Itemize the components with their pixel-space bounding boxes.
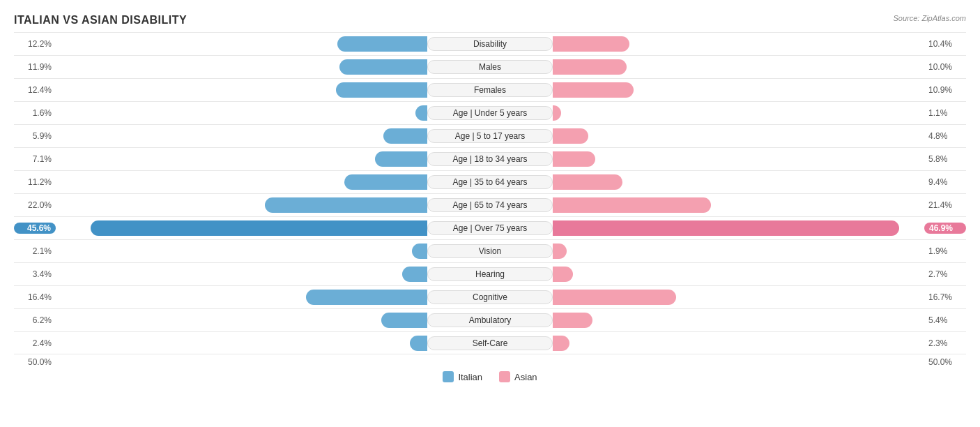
bar-row: 2.1%Vision1.9% <box>14 239 966 262</box>
bar-label: Age | 35 to 64 years <box>427 175 553 189</box>
left-value: 1.6% <box>14 108 56 118</box>
bar-label: Disability <box>427 37 553 51</box>
left-value: 6.2% <box>14 315 56 325</box>
left-value: 45.6% <box>14 223 56 234</box>
right-value: 16.7% <box>924 292 966 302</box>
left-value: 11.2% <box>14 177 56 187</box>
legend-item-asian: Asian <box>499 371 537 382</box>
left-value: 12.2% <box>14 39 56 49</box>
bar-label: Self-Care <box>427 336 553 350</box>
bar-label: Ambulatory <box>427 313 553 327</box>
right-bar <box>553 59 627 75</box>
left-bar <box>336 82 427 98</box>
bar-label: Age | 18 to 34 years <box>427 152 553 166</box>
bar-label: Age | 65 to 74 years <box>427 198 553 212</box>
bar-row: 12.4%Females10.9% <box>14 78 966 101</box>
bar-label: Females <box>427 83 553 97</box>
bar-row: 16.4%Cognitive16.7% <box>14 285 966 308</box>
bar-row: 6.2%Ambulatory5.4% <box>14 308 966 331</box>
chart-title: ITALIAN VS ASIAN DISABILITY <box>14 14 966 27</box>
bar-row: 11.9%Males10.0% <box>14 55 966 78</box>
bar-row: 1.6%Age | Under 5 years1.1% <box>14 101 966 124</box>
right-value: 1.9% <box>924 246 966 256</box>
bar-label: Age | Over 75 years <box>427 221 553 235</box>
asian-legend-label: Asian <box>514 372 537 382</box>
bar-row: 2.4%Self-Care2.3% <box>14 331 966 354</box>
left-value: 12.4% <box>14 85 56 95</box>
bar-label: Hearing <box>427 267 553 281</box>
left-bar <box>402 267 427 282</box>
bar-label: Age | Under 5 years <box>427 106 553 120</box>
bar-row: 11.2%Age | 35 to 64 years9.4% <box>14 170 966 193</box>
right-value: 4.8% <box>924 131 966 141</box>
right-value: 10.9% <box>924 85 966 95</box>
right-bar <box>553 36 629 52</box>
right-value: 46.9% <box>924 223 966 234</box>
left-bar <box>337 36 427 52</box>
bar-row: 3.4%Hearing2.7% <box>14 262 966 285</box>
bar-label: Males <box>427 60 553 74</box>
left-bar <box>339 59 427 75</box>
left-bar <box>375 151 427 167</box>
left-bar <box>344 174 427 190</box>
italian-swatch <box>443 371 454 382</box>
asian-swatch <box>499 371 510 382</box>
left-value: 3.4% <box>14 269 56 279</box>
left-bar <box>306 290 427 305</box>
right-bar <box>553 128 588 144</box>
left-bar <box>91 220 427 236</box>
axis-right-label: 50.0% <box>924 357 966 367</box>
right-bar <box>553 336 569 351</box>
right-value: 5.8% <box>924 154 966 164</box>
bar-label: Vision <box>427 244 553 258</box>
right-value: 2.3% <box>924 338 966 348</box>
left-value: 5.9% <box>14 131 56 141</box>
left-value: 7.1% <box>14 154 56 164</box>
axis-left-label: 50.0% <box>14 357 56 367</box>
left-bar <box>415 105 427 121</box>
left-value: 2.1% <box>14 246 56 256</box>
bar-row: 12.2%Disability10.4% <box>14 32 966 55</box>
bar-label: Cognitive <box>427 290 553 304</box>
left-bar <box>265 197 427 213</box>
axis-row: 50.0% 50.0% <box>14 357 966 367</box>
bar-row: 45.6%Age | Over 75 years46.9% <box>14 216 966 239</box>
left-value: 2.4% <box>14 338 56 348</box>
right-bar <box>553 105 561 121</box>
left-value: 22.0% <box>14 200 56 210</box>
right-value: 5.4% <box>924 315 966 325</box>
right-bar <box>553 313 592 328</box>
left-bar <box>412 244 427 259</box>
right-value: 10.0% <box>924 62 966 72</box>
left-bar <box>381 313 427 328</box>
right-bar <box>553 267 573 282</box>
right-value: 21.4% <box>924 200 966 210</box>
chart-container: ITALIAN VS ASIAN DISABILITY Source: ZipA… <box>0 7 980 396</box>
left-bar <box>383 128 427 144</box>
right-bar <box>553 220 899 236</box>
chart-area: 12.2%Disability10.4%11.9%Males10.0%12.4%… <box>14 32 966 354</box>
bar-row: 22.0%Age | 65 to 74 years21.4% <box>14 193 966 216</box>
left-value: 16.4% <box>14 292 56 302</box>
bar-label: Age | 5 to 17 years <box>427 129 553 143</box>
right-value: 2.7% <box>924 269 966 279</box>
right-value: 9.4% <box>924 177 966 187</box>
right-value: 1.1% <box>924 108 966 118</box>
legend: Italian Asian <box>14 371 966 382</box>
bar-row: 7.1%Age | 18 to 34 years5.8% <box>14 147 966 170</box>
legend-item-italian: Italian <box>443 371 482 382</box>
source-text: Source: ZipAtlas.com <box>893 14 966 22</box>
italian-legend-label: Italian <box>458 372 482 382</box>
right-bar <box>553 290 676 305</box>
left-value: 11.9% <box>14 62 56 72</box>
right-bar <box>553 151 595 167</box>
right-bar <box>553 244 567 259</box>
right-bar <box>553 197 711 213</box>
right-bar <box>553 174 622 190</box>
right-value: 10.4% <box>924 39 966 49</box>
bar-row: 5.9%Age | 5 to 17 years4.8% <box>14 124 966 147</box>
left-bar <box>410 336 427 351</box>
right-bar <box>553 82 634 98</box>
